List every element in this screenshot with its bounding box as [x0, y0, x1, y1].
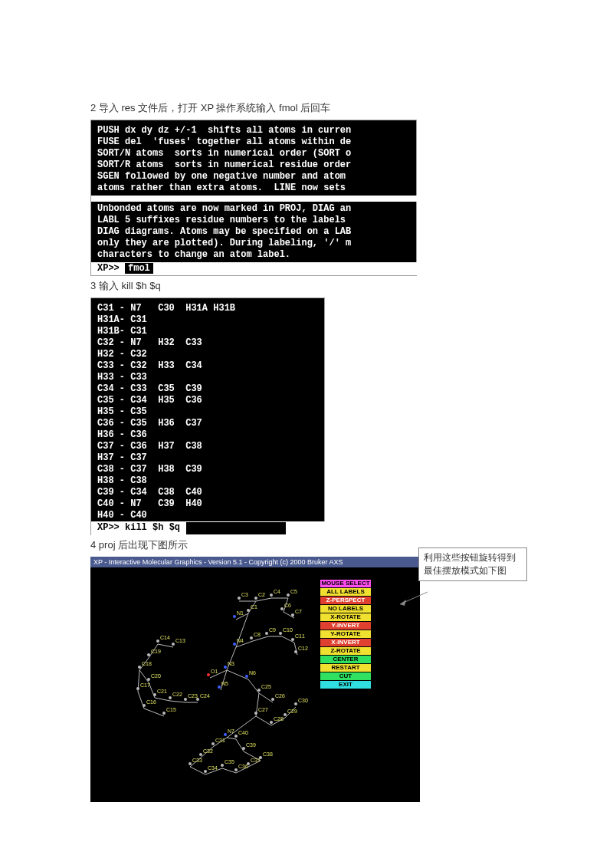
proj-button-z-rotate[interactable]: Z-ROTATE — [320, 647, 371, 655]
proj-button-no-labels[interactable]: NO LABELS — [320, 605, 371, 613]
svg-line-13 — [227, 647, 236, 670]
svg-text:C40: C40 — [238, 730, 248, 735]
svg-line-38 — [190, 767, 205, 774]
svg-text:C4: C4 — [274, 589, 280, 594]
svg-text:C18: C18 — [142, 661, 152, 666]
terminal-2: C31 - N7 C30 H31A H31BH31A- C31H31B- C31… — [90, 298, 325, 535]
svg-text:C13: C13 — [175, 638, 185, 643]
svg-point-64 — [156, 639, 159, 643]
step-3: 3 输入 kill $h $q — [90, 278, 520, 294]
terminal-line: H32 - C32 — [97, 349, 324, 360]
svg-text:C9: C9 — [269, 627, 276, 633]
svg-point-92 — [279, 632, 282, 635]
svg-point-60 — [291, 613, 294, 616]
svg-point-106 — [257, 689, 261, 692]
svg-line-22 — [155, 698, 170, 701]
step-2: 2 导入 res 文件后，打开 XP 操作系统输入 fmol 后回车 — [90, 100, 520, 117]
callout-arrow-icon — [398, 590, 429, 606]
svg-line-45 — [227, 738, 236, 739]
terminal-line: PUSH dx dy dz +/-1 shifts all atoms in c… — [97, 125, 416, 136]
svg-line-14 — [227, 670, 248, 679]
svg-point-124 — [188, 762, 192, 765]
terminal-line: H35 - C35 — [97, 406, 324, 418]
svg-text:C10: C10 — [283, 627, 293, 633]
terminal-line: H31B- C31 — [97, 326, 324, 337]
svg-text:O1: O1 — [211, 669, 218, 674]
svg-line-16 — [221, 670, 227, 690]
proj-button-cut[interactable]: CUT — [320, 672, 371, 680]
svg-point-108 — [271, 698, 274, 701]
callout-box: 利用这些按钮旋转得到最佳摆放模式如下图 — [418, 547, 527, 581]
svg-text:C30: C30 — [298, 698, 308, 703]
svg-point-96 — [294, 650, 297, 653]
svg-text:C17: C17 — [140, 682, 150, 688]
svg-text:C15: C15 — [166, 707, 176, 712]
terminal-line: H36 - C36 — [97, 429, 324, 441]
terminal-line: C36 - C35 H36 C37 — [97, 418, 324, 429]
proj-button-x-invert[interactable]: X-INVERT — [320, 639, 371, 646]
proj-button-exit[interactable]: EXIT — [320, 681, 371, 689]
svg-point-116 — [294, 702, 297, 705]
svg-line-40 — [222, 768, 236, 773]
svg-line-27 — [144, 709, 164, 716]
svg-point-86 — [233, 643, 236, 646]
svg-text:C8: C8 — [254, 632, 261, 637]
svg-marker-141 — [400, 600, 406, 606]
xp-prompt-1[interactable]: XP>> fmol — [91, 262, 422, 275]
terminal-line: H31A- C31 — [97, 314, 324, 326]
svg-point-50 — [270, 593, 273, 597]
svg-text:N1: N1 — [237, 610, 244, 616]
proj-button-z-perspect[interactable]: Z-PERSPECT — [320, 597, 371, 604]
proj-button-restart[interactable]: RESTART — [320, 664, 371, 672]
terminal-line: C39 - C34 C38 C40 — [97, 487, 324, 498]
svg-text:C28: C28 — [274, 716, 284, 722]
terminal-line: SGEN followed by one negative number and… — [97, 171, 416, 182]
proj-button-mouse-select[interactable]: MOUSE SELECT — [320, 580, 371, 587]
proj-button-y-rotate[interactable]: Y-ROTATE — [320, 630, 371, 638]
svg-point-136 — [242, 747, 245, 750]
svg-line-23 — [170, 701, 185, 702]
terminal-line: atoms rather than extra atoms. LINE now … — [97, 182, 416, 194]
proj-button-y-invert[interactable]: Y-INVERT — [320, 622, 371, 630]
svg-point-62 — [147, 653, 150, 656]
svg-point-68 — [172, 643, 175, 646]
svg-text:C7: C7 — [295, 609, 302, 614]
svg-text:C24: C24 — [200, 693, 210, 699]
svg-text:C21: C21 — [157, 689, 167, 694]
svg-point-104 — [207, 673, 210, 676]
terminal-line: SORT/N atoms sorts in numerical order (S… — [97, 148, 416, 159]
svg-point-128 — [221, 764, 224, 767]
terminal-line: C32 - N7 H32 C33 — [97, 337, 324, 349]
xp-prompt-2[interactable]: XP>> kill $h $q — [91, 521, 330, 535]
terminal-line: C35 - C34 H35 C36 — [97, 395, 324, 406]
svg-text:C37: C37 — [251, 758, 261, 763]
svg-point-54 — [247, 609, 250, 612]
svg-point-120 — [211, 742, 215, 745]
svg-line-29 — [259, 693, 273, 702]
svg-point-66 — [138, 666, 141, 669]
proj-side-buttons: MOUSE SELECTALL LABELSZ-PERSPECTNO LABEL… — [320, 580, 371, 689]
svg-point-70 — [147, 678, 150, 681]
svg-text:C16: C16 — [146, 699, 156, 705]
svg-text:C25: C25 — [261, 684, 271, 689]
svg-point-58 — [280, 607, 284, 610]
terminal-line: H38 - C38 — [97, 475, 324, 487]
svg-point-76 — [169, 696, 172, 699]
svg-text:C6: C6 — [284, 603, 291, 608]
terminal-line: C34 - C33 C35 C39 — [97, 383, 324, 395]
svg-point-122 — [199, 753, 202, 756]
svg-point-98 — [224, 666, 227, 669]
svg-point-52 — [287, 593, 290, 597]
proj-button-all-labels[interactable]: ALL LABELS — [320, 588, 371, 596]
svg-point-126 — [204, 770, 207, 773]
terminal-line: C40 - N7 C39 H40 — [97, 498, 324, 510]
proj-button-center[interactable]: CENTER — [320, 656, 371, 663]
proj-button-x-rotate[interactable]: X-ROTATE — [320, 613, 371, 621]
svg-text:C31: C31 — [215, 738, 225, 743]
svg-text:C29: C29 — [287, 709, 297, 714]
svg-point-78 — [184, 698, 187, 701]
svg-point-112 — [270, 721, 273, 724]
proj-viewport[interactable]: C3C2C4C5C1N1C6C7C19C14C18C13C20C17C21C22… — [90, 567, 420, 802]
svg-point-130 — [234, 768, 238, 771]
terminal-line: SORT/R atoms sorts in numerical residue … — [97, 159, 416, 171]
